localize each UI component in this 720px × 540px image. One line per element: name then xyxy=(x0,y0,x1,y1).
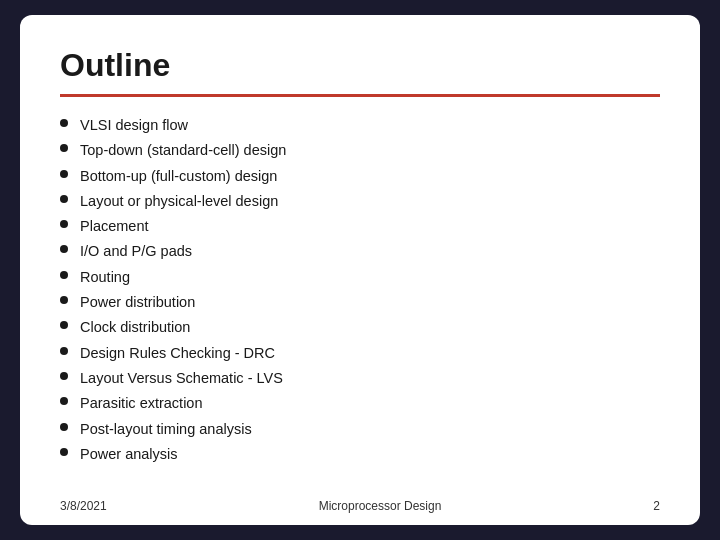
footer-page: 2 xyxy=(653,499,660,513)
bullet-dot-icon xyxy=(60,397,68,405)
list-item: I/O and P/G pads xyxy=(60,241,660,261)
list-item-text: Top-down (standard-cell) design xyxy=(80,140,286,160)
list-item-text: Parasitic extraction xyxy=(80,393,203,413)
footer-date: 3/8/2021 xyxy=(60,499,107,513)
bullet-dot-icon xyxy=(60,119,68,127)
list-item: Design Rules Checking - DRC xyxy=(60,343,660,363)
bullet-list: VLSI design flowTop-down (standard-cell)… xyxy=(60,115,660,464)
bullet-dot-icon xyxy=(60,195,68,203)
bullet-dot-icon xyxy=(60,347,68,355)
bullet-dot-icon xyxy=(60,321,68,329)
slide: Outline VLSI design flowTop-down (standa… xyxy=(20,15,700,525)
list-item-text: Design Rules Checking - DRC xyxy=(80,343,275,363)
list-item: Parasitic extraction xyxy=(60,393,660,413)
list-item-text: Layout or physical-level design xyxy=(80,191,278,211)
title-divider xyxy=(60,94,660,97)
bullet-dot-icon xyxy=(60,271,68,279)
list-item-text: I/O and P/G pads xyxy=(80,241,192,261)
bullet-dot-icon xyxy=(60,170,68,178)
bullet-dot-icon xyxy=(60,220,68,228)
bullet-dot-icon xyxy=(60,423,68,431)
bullet-dot-icon xyxy=(60,144,68,152)
list-item: Layout Versus Schematic - LVS xyxy=(60,368,660,388)
footer-title: Microprocessor Design xyxy=(319,499,442,513)
list-item-text: Routing xyxy=(80,267,130,287)
slide-title: Outline xyxy=(60,47,660,84)
bullet-dot-icon xyxy=(60,245,68,253)
list-item-text: Placement xyxy=(80,216,149,236)
list-item: VLSI design flow xyxy=(60,115,660,135)
bullet-dot-icon xyxy=(60,296,68,304)
list-item-text: Layout Versus Schematic - LVS xyxy=(80,368,283,388)
list-item-text: Post-layout timing analysis xyxy=(80,419,252,439)
list-item: Power analysis xyxy=(60,444,660,464)
list-item-text: Power analysis xyxy=(80,444,178,464)
list-item: Power distribution xyxy=(60,292,660,312)
list-item: Routing xyxy=(60,267,660,287)
bullet-dot-icon xyxy=(60,448,68,456)
list-item: Post-layout timing analysis xyxy=(60,419,660,439)
slide-footer: 3/8/2021 Microprocessor Design 2 xyxy=(20,491,700,525)
list-item: Layout or physical-level design xyxy=(60,191,660,211)
bullet-dot-icon xyxy=(60,372,68,380)
list-item-text: Bottom-up (full-custom) design xyxy=(80,166,277,186)
list-item-text: Power distribution xyxy=(80,292,195,312)
list-item: Bottom-up (full-custom) design xyxy=(60,166,660,186)
list-item: Placement xyxy=(60,216,660,236)
list-item-text: VLSI design flow xyxy=(80,115,188,135)
list-item-text: Clock distribution xyxy=(80,317,190,337)
list-item: Clock distribution xyxy=(60,317,660,337)
list-item: Top-down (standard-cell) design xyxy=(60,140,660,160)
slide-content: Outline VLSI design flowTop-down (standa… xyxy=(20,15,700,491)
